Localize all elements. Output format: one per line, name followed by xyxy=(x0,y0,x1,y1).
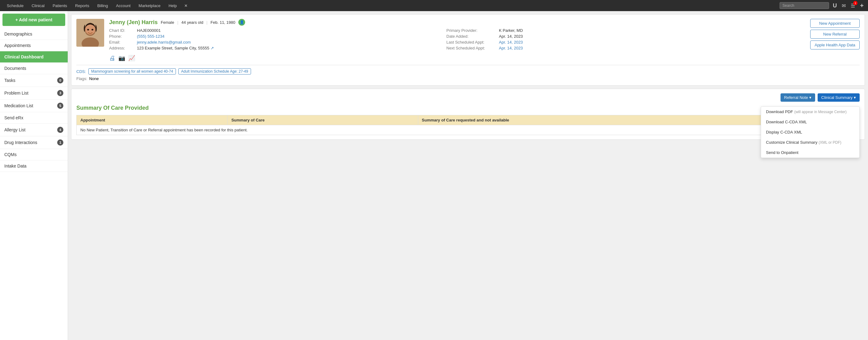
new-appointment-button[interactable]: New Appointment xyxy=(810,19,860,28)
main-content: Jenny (Jen) Harris Female | 44 years old… xyxy=(68,11,868,340)
separator2: | xyxy=(207,20,208,25)
sidebar-item-tasks[interactable]: Tasks 0 xyxy=(0,74,68,87)
email-link[interactable]: jenny.adele.harris@gmail.com xyxy=(137,40,443,44)
summary-section: Referral Note ▾ Clinical Summary ▾ ➤ Sum… xyxy=(71,89,865,140)
sidebar-label-tasks: Tasks xyxy=(4,78,16,83)
summary-empty-message: No New Patient, Transition of Care or Re… xyxy=(77,125,860,135)
patient-header-row: Jenny (Jen) Harris Female | 44 years old… xyxy=(76,19,860,62)
nav-schedule[interactable]: Schedule xyxy=(3,2,27,10)
apple-health-button[interactable]: Apple Health App Data xyxy=(810,40,860,50)
dropdown-send-to-onpatient[interactable]: Send to Onpatient xyxy=(761,148,859,158)
nav-close-button[interactable]: ✕ xyxy=(181,2,191,10)
date-added-value: Apr. 14, 2023 xyxy=(499,34,805,39)
send-to-onpatient-label: Send to Onpatient xyxy=(766,150,799,155)
cds-tag-1[interactable]: Adult Immunization Schedule Age: 27-49 xyxy=(178,68,251,74)
nav-patients[interactable]: Patients xyxy=(49,2,71,10)
search-input[interactable] xyxy=(780,2,829,9)
primary-provider-label: Primary Provider: xyxy=(446,28,496,33)
display-ccda-xml-label: Display C-CDA XML xyxy=(766,130,802,134)
sidebar-item-cqms[interactable]: CQMs xyxy=(0,149,68,160)
phone-link[interactable]: (555) 555-1234 xyxy=(137,34,443,39)
address-label: Address: xyxy=(109,46,134,51)
summary-title: Summary Of Care Provided xyxy=(76,105,860,111)
sidebar-label-medication-list: Medication List xyxy=(4,103,33,108)
sidebar-label-documents: Documents xyxy=(4,66,26,71)
summary-table-body: No New Patient, Transition of Care or Re… xyxy=(77,125,860,135)
patient-portal-icon[interactable]: 👤 xyxy=(238,19,245,26)
nav-help[interactable]: Help xyxy=(165,2,181,10)
patient-name-row: Jenny (Jen) Harris Female | 44 years old… xyxy=(109,19,805,26)
summary-toolbar: Referral Note ▾ Clinical Summary ▾ ➤ xyxy=(76,93,860,102)
nav-marketplace[interactable]: Marketplace xyxy=(135,2,164,10)
chart-id-value: HAJE000001 xyxy=(137,28,443,33)
dropdown-download-pdf[interactable]: Download PDF (will appear in Message Cen… xyxy=(761,106,859,117)
summary-table-empty-row: No New Patient, Transition of Care or Re… xyxy=(77,125,860,135)
clinical-summary-button[interactable]: Clinical Summary ▾ ➤ xyxy=(817,93,860,102)
next-appt-label: Next Scheduled Appt: xyxy=(446,46,496,51)
download-pdf-label: Download PDF xyxy=(766,110,793,114)
nav-reports[interactable]: Reports xyxy=(71,2,93,10)
sidebar-item-allergy-list[interactable]: Allergy List 4 xyxy=(0,124,68,136)
external-link-icon[interactable]: ↗ xyxy=(211,46,214,51)
sidebar-item-medication-list[interactable]: Medication List 5 xyxy=(0,99,68,112)
sidebar-item-appointments[interactable]: Appointments xyxy=(0,40,68,51)
nav-menu: Schedule Clinical Patients Reports Billi… xyxy=(3,2,780,10)
flags-row: Flags: None xyxy=(76,76,860,81)
add-icon-btn[interactable]: + xyxy=(859,2,865,10)
portal-icon-symbol: 👤 xyxy=(240,20,244,24)
sidebar-item-drug-interactions[interactable]: Drug Interactions 1 xyxy=(0,136,68,149)
nav-account[interactable]: Account xyxy=(112,2,134,10)
sidebar-item-demographics[interactable]: Demographics xyxy=(0,28,68,40)
summary-table-header: Appointment Summary of Care Summary of C… xyxy=(77,115,860,125)
sidebar-label-drug-interactions: Drug Interactions xyxy=(4,140,37,145)
sidebar-item-clinical-dashboard[interactable]: Clinical Dashboard ➤ xyxy=(0,51,68,63)
patient-gender: Female xyxy=(161,20,174,25)
referral-note-label: Referral Note xyxy=(784,95,808,100)
patient-dob: Feb. 11, 1980 xyxy=(211,20,235,25)
add-patient-button[interactable]: + Add new patient xyxy=(2,13,65,26)
last-appt-link[interactable]: Apr. 14, 2023 xyxy=(499,40,805,44)
referral-note-chevron: ▾ xyxy=(809,95,811,100)
dropdown-customize-clinical-summary[interactable]: Customize Clinical Summary (XML or PDF) xyxy=(761,137,859,148)
nav-billing[interactable]: Billing xyxy=(94,2,112,10)
customize-clinical-summary-note: (XML or PDF) xyxy=(818,140,841,145)
drug-interactions-badge: 1 xyxy=(57,140,63,146)
main-layout: + Add new patient Demographics Appointme… xyxy=(0,11,868,340)
new-referral-button[interactable]: New Referral xyxy=(810,30,860,39)
sidebar-item-problem-list[interactable]: Problem List 3 xyxy=(0,87,68,99)
cds-tag-0[interactable]: Mammogram screening for all women aged 4… xyxy=(88,68,176,74)
clinical-summary-dropdown: Download PDF (will appear in Message Cen… xyxy=(761,106,860,158)
patient-name: Jenny (Jen) Harris xyxy=(109,19,158,26)
sidebar-label-allergy-list: Allergy List xyxy=(4,127,25,132)
camera-icon[interactable]: 📷 xyxy=(118,55,125,62)
print-icon[interactable]: 🖨 xyxy=(109,55,115,62)
dropdown-display-ccda-xml[interactable]: Display C-CDA XML xyxy=(761,127,859,137)
separator1: | xyxy=(177,20,178,25)
user-icon-btn[interactable]: U xyxy=(832,2,838,9)
dropdown-download-ccda-xml[interactable]: Download C-CDA XML xyxy=(761,117,859,127)
patient-card: Jenny (Jen) Harris Female | 44 years old… xyxy=(71,14,865,86)
sidebar-label-demographics: Demographics xyxy=(4,32,32,36)
vitals-icon[interactable]: 📈 xyxy=(128,55,135,62)
sidebar-item-send-erx[interactable]: Send eRx xyxy=(0,112,68,124)
nav-clinical[interactable]: Clinical xyxy=(28,2,48,10)
svg-point-4 xyxy=(87,29,89,31)
summary-table-header-row: Appointment Summary of Care Summary of C… xyxy=(77,115,860,125)
date-added-label: Date Added: xyxy=(446,34,496,39)
clinical-summary-chevron: ▾ xyxy=(854,95,856,100)
col-appointment: Appointment xyxy=(77,115,227,125)
allergy-list-badge: 4 xyxy=(57,127,63,133)
next-appt-link[interactable]: Apr. 14, 2023 xyxy=(499,46,805,51)
sidebar-item-documents[interactable]: Documents xyxy=(0,63,68,74)
patient-action-buttons: New Appointment New Referral Apple Healt… xyxy=(810,19,860,50)
download-pdf-note: (will appear in Message Center) xyxy=(794,110,846,114)
cds-label[interactable]: CDS: xyxy=(76,69,86,74)
notifications-icon-btn[interactable]: ☰ 1 xyxy=(849,2,856,9)
primary-provider-value: K Parker, MD xyxy=(499,28,805,33)
arrow-annotation-right: ➤ xyxy=(867,101,868,112)
customize-clinical-summary-label: Customize Clinical Summary xyxy=(766,140,817,145)
sidebar-item-intake-data[interactable]: Intake Data xyxy=(0,160,68,172)
sidebar-label-cqms: CQMs xyxy=(4,152,17,157)
referral-note-button[interactable]: Referral Note ▾ xyxy=(780,93,815,102)
messages-icon-btn[interactable]: ✉ xyxy=(840,2,847,9)
